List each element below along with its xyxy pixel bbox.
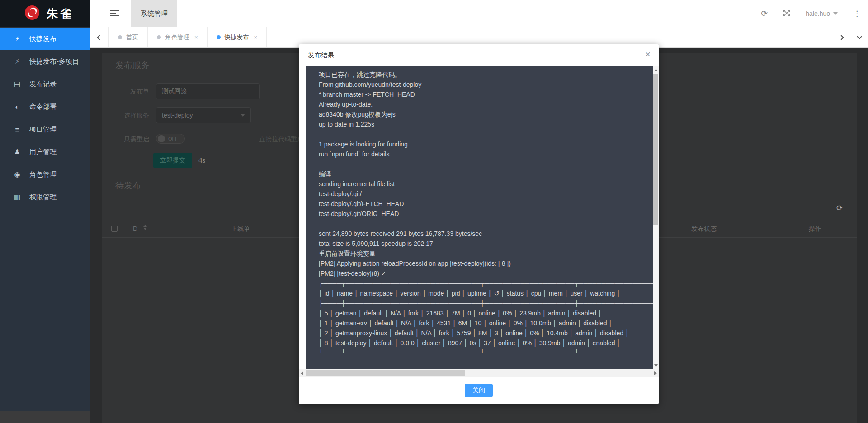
console-line: [319, 219, 653, 229]
console-line: ├────┼──────────────────────────────┼───…: [319, 298, 653, 308]
tabs-scroll-left-button[interactable]: [90, 27, 108, 47]
submit-timer: 4s: [198, 156, 205, 165]
service-select-label: 选择服务: [90, 112, 149, 120]
chevron-down-icon: [857, 34, 862, 39]
console-line: run `npm fund` for details: [319, 149, 653, 159]
tabs-scroll-right-button[interactable]: [832, 27, 850, 47]
brand-logo-icon: [24, 5, 40, 22]
console-line: ad8340b 修改pug模板为ejs: [319, 109, 653, 119]
topbar: 系统管理 ⟳ hale.huo ⋮: [90, 0, 868, 27]
tab-label: 快捷发布: [225, 33, 249, 42]
sidebar-item[interactable]: ♟ 用户管理: [0, 141, 90, 163]
top-menu-tab[interactable]: 系统管理: [131, 0, 177, 27]
collapse-menu-icon[interactable]: [110, 10, 119, 17]
column-header-id[interactable]: ID: [131, 225, 137, 232]
vertical-scrollbar-thumb[interactable]: [653, 74, 658, 225]
chevron-left-icon: [97, 35, 102, 40]
tab-label: 首页: [126, 33, 138, 42]
sidebar-item-label: 项目管理: [29, 125, 57, 134]
scroll-down-arrow-icon[interactable]: [654, 364, 658, 367]
toggle-knob: [158, 135, 165, 142]
scroll-right-arrow-icon[interactable]: [654, 371, 657, 375]
brand-title: 朱雀: [47, 6, 74, 21]
console-line: [PM2] Applying action reloadProcessId on…: [319, 258, 653, 268]
submit-button[interactable]: 立即提交: [153, 153, 192, 168]
console-line: From github.com/yueudn/test-deploy: [319, 80, 653, 89]
console-line: [319, 129, 653, 139]
sidebar-item-icon: ⚡: [13, 57, 22, 66]
horizontal-scrollbar-thumb[interactable]: [306, 370, 465, 376]
console-line: │ 8 │ test-deploy │ default │ 0.0.0 │ cl…: [319, 338, 653, 348]
restart-only-label: 只需重启: [90, 136, 149, 144]
user-menu[interactable]: hale.huo: [806, 10, 838, 17]
vertical-scrollbar[interactable]: [653, 66, 659, 369]
service-select-value: test-deploy: [162, 112, 193, 119]
select-all-checkbox[interactable]: [111, 226, 118, 232]
sidebar-item[interactable]: ◉ 角色管理: [0, 163, 90, 186]
sidebar-item-label: 快捷发布-多项目: [29, 57, 79, 66]
tab[interactable]: 角色管理 ×: [148, 27, 208, 47]
console-line: 编译: [319, 169, 653, 179]
sidebar-item[interactable]: ⚡ 快捷发布-多项目: [0, 50, 90, 73]
tab[interactable]: 快捷发布 ×: [208, 27, 267, 47]
console-output: 项目已存在，跳过克隆代码。 From github.com/yueudn/tes…: [306, 66, 653, 358]
dialog-title: 发布结果: [308, 51, 334, 60]
console-line: up to date in 1.225s: [319, 119, 653, 129]
dialog-close-icon[interactable]: ×: [645, 50, 651, 59]
console-line: [319, 159, 653, 169]
sidebar-item-icon: ◐: [13, 103, 22, 111]
username: hale.huo: [806, 10, 830, 17]
column-header-status: 发布状态: [691, 225, 717, 233]
restart-only-toggle[interactable]: OFF: [156, 134, 185, 144]
chevron-down-icon: [833, 12, 838, 15]
scroll-up-arrow-icon[interactable]: [654, 69, 658, 71]
service-select[interactable]: test-deploy: [156, 107, 251, 123]
sidebar-item[interactable]: ≡ 项目管理: [0, 118, 90, 141]
deploy-console[interactable]: 项目已存在，跳过克隆代码。 From github.com/yueudn/tes…: [306, 66, 653, 369]
sidebar-item-icon: ◉: [13, 170, 22, 179]
console-line: sending incremental file list: [319, 179, 653, 189]
console-line: │ 1 │ getman-srv │ default │ N/A │ fork …: [319, 318, 653, 328]
horizontal-scrollbar[interactable]: [299, 369, 659, 377]
column-header-actions: 操作: [809, 225, 821, 233]
release-order-label: 发布单: [90, 88, 149, 96]
tab-label: 角色管理: [165, 33, 189, 42]
publish-result-dialog: 发布结果 × 项目已存在，跳过克隆代码。 From github.com/yue…: [299, 44, 659, 404]
toggle-state-label: OFF: [168, 136, 178, 141]
console-line: * branch master -> FETCH_HEAD: [319, 89, 653, 99]
scroll-left-arrow-icon[interactable]: [301, 371, 303, 375]
sidebar-item[interactable]: ⚡ 快捷发布: [0, 28, 90, 50]
console-line: total size is 5,090,911 speedup is 202.1…: [319, 239, 653, 249]
dialog-header: 发布结果: [299, 44, 659, 66]
refresh-icon[interactable]: ⟳: [761, 9, 768, 18]
tab-close-icon[interactable]: ×: [194, 34, 198, 41]
console-line: Already up-to-date.: [319, 99, 653, 109]
sidebar-item[interactable]: ▦ 权限管理: [0, 186, 90, 208]
console-line: ┌────┬──────────────────────────────┬───…: [319, 278, 653, 288]
chevron-right-icon: [839, 35, 844, 40]
more-options-icon[interactable]: ⋮: [853, 9, 861, 19]
release-order-input[interactable]: [156, 83, 260, 99]
console-line: test-deploy/.git/: [319, 189, 653, 199]
sidebar-item-icon: ♟: [13, 148, 22, 156]
column-header-order: 上线单: [231, 225, 250, 233]
console-line: │ 2 │ getmanproxy-linux │ default │ N/A …: [319, 328, 653, 338]
console-line: test-deploy/.git/FETCH_HEAD: [319, 199, 653, 209]
fullscreen-icon[interactable]: [783, 9, 790, 18]
tab-close-icon[interactable]: ×: [254, 34, 258, 41]
console-line: 重启前设置环境变量: [319, 249, 653, 258]
console-line: │ id │ name │ namespace │ version │ mode…: [319, 288, 653, 298]
sidebar-item[interactable]: ▤ 发布记录: [0, 73, 90, 95]
sidebar-item-icon: ≡: [13, 126, 22, 133]
tab-status-dot: [157, 35, 161, 39]
tabs-dropdown-button[interactable]: [850, 27, 868, 47]
tab-status-dot: [118, 35, 122, 39]
tab-list: 首页 × 角色管理 × 快捷发布 ×: [108, 27, 267, 47]
tab-status-dot: [217, 35, 221, 39]
sort-icon[interactable]: [143, 225, 147, 230]
tab[interactable]: 首页 ×: [109, 27, 148, 47]
dialog-close-button[interactable]: 关闭: [465, 384, 493, 397]
sidebar-item[interactable]: ◐ 命令部署: [0, 95, 90, 118]
table-refresh-icon[interactable]: ⟳: [836, 203, 843, 213]
sidebar-item-label: 权限管理: [29, 193, 57, 202]
